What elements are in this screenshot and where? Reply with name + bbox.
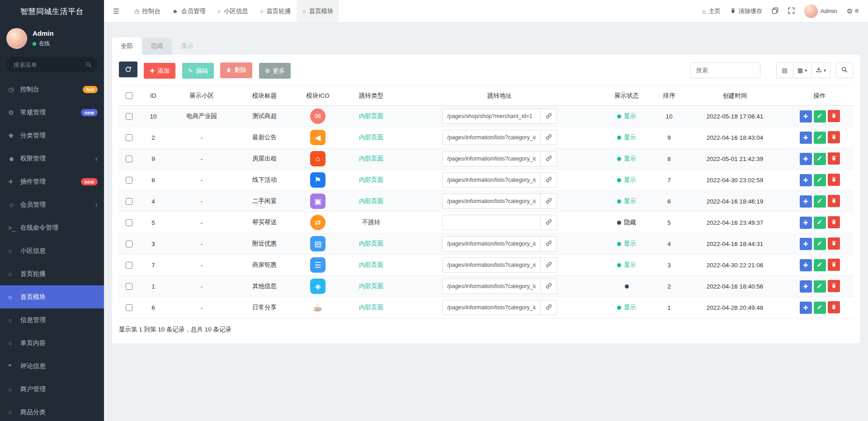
jump-url-input[interactable]: [442, 300, 541, 315]
filter-tab-all[interactable]: 全部: [112, 38, 142, 55]
sidebar-toggle-button[interactable]: ☰: [104, 0, 128, 22]
sidebar-item-goods-category[interactable]: ○商品分类: [0, 401, 104, 421]
link-button[interactable]: [541, 279, 557, 294]
row-checkbox[interactable]: [126, 304, 132, 311]
export-dropdown-button[interactable]: ▾: [811, 62, 830, 78]
sidebar-item-comments[interactable]: ❝评论信息: [0, 355, 104, 378]
menu-search-input[interactable]: [6, 57, 98, 72]
row-edit-button[interactable]: [814, 174, 826, 186]
row-edit-button[interactable]: [814, 259, 826, 271]
row-checkbox[interactable]: [126, 262, 132, 269]
sidebar-item-member[interactable]: ☺会员管理‹: [0, 193, 104, 216]
topnav-tab-home-module[interactable]: ○首页模块: [297, 0, 339, 22]
user-menu[interactable]: Admin: [804, 5, 837, 18]
clear-cache-button[interactable]: 清除缓存: [730, 7, 762, 15]
row-edit-button[interactable]: [814, 302, 826, 314]
row-relate-button[interactable]: ✚: [800, 174, 812, 186]
topnav-tab-dashboard[interactable]: ◷控制台: [128, 0, 166, 22]
row-edit-button[interactable]: [814, 110, 826, 123]
row-edit-button[interactable]: [814, 195, 826, 208]
row-relate-button[interactable]: ✚: [800, 259, 812, 271]
jump-url-input[interactable]: [442, 130, 541, 145]
row-checkbox[interactable]: [126, 134, 132, 141]
toggle-search-button[interactable]: [836, 62, 853, 78]
row-delete-button[interactable]: [828, 110, 840, 122]
row-delete-button[interactable]: [828, 280, 840, 292]
jump-url-input[interactable]: [442, 109, 541, 124]
sidebar-item-online-command[interactable]: >_在线命令管理: [0, 216, 104, 239]
sidebar-item-community-info[interactable]: ○小区信息: [0, 239, 104, 262]
more-button[interactable]: ⚙ 更多: [259, 63, 291, 79]
topnav-tab-home-carousel[interactable]: ○首页轮播: [254, 0, 297, 22]
jump-url-input[interactable]: [442, 194, 541, 209]
sidebar-item-category[interactable]: ❖分类管理: [0, 124, 104, 147]
row-delete-button[interactable]: [828, 237, 840, 250]
sidebar-item-addon[interactable]: ✈插件管理new: [0, 170, 104, 193]
link-button[interactable]: [541, 300, 557, 315]
list-view-button[interactable]: ▤: [776, 62, 793, 78]
row-edit-button[interactable]: [814, 217, 826, 229]
row-edit-button[interactable]: [814, 238, 826, 250]
row-relate-button[interactable]: ✚: [800, 280, 812, 293]
jump-url-input[interactable]: [442, 172, 541, 188]
table-search-input[interactable]: [690, 62, 760, 78]
link-button[interactable]: [541, 130, 557, 145]
sidebar-item-general[interactable]: ⚙常规管理new: [0, 101, 104, 124]
link-button[interactable]: [541, 194, 557, 209]
jump-url-input[interactable]: [442, 215, 541, 230]
link-button[interactable]: [541, 215, 557, 230]
sidebar-item-information[interactable]: ○信息管理: [0, 308, 104, 331]
row-relate-button[interactable]: ✚: [800, 302, 812, 314]
row-checkbox[interactable]: [126, 283, 132, 290]
row-relate-button[interactable]: ✚: [800, 132, 812, 144]
row-checkbox[interactable]: [126, 219, 132, 226]
row-delete-button[interactable]: [828, 174, 840, 186]
home-link[interactable]: ⌂ 主页: [702, 7, 720, 15]
fullscreen-button[interactable]: [788, 7, 795, 15]
row-delete-button[interactable]: [828, 259, 840, 271]
sidebar-item-home-carousel[interactable]: ○首页轮播: [0, 262, 104, 285]
row-edit-button[interactable]: [814, 280, 826, 293]
row-edit-button[interactable]: [814, 153, 826, 165]
row-checkbox[interactable]: [126, 177, 132, 184]
row-checkbox[interactable]: [126, 113, 132, 120]
jump-url-input[interactable]: [442, 151, 541, 166]
filter-tab-visible[interactable]: 显示: [173, 38, 202, 55]
delete-button[interactable]: 删除: [220, 62, 252, 78]
window-switch-button[interactable]: [772, 7, 778, 15]
topnav-tab-community-info[interactable]: ○小区信息: [212, 0, 254, 22]
jump-url-input[interactable]: [442, 236, 541, 251]
row-delete-button[interactable]: [828, 152, 840, 165]
link-button[interactable]: [541, 172, 557, 188]
add-button[interactable]: ✚ 添加: [144, 63, 175, 79]
sidebar-item-dashboard[interactable]: ◷控制台hot: [0, 78, 104, 101]
user-avatar[interactable]: [6, 28, 27, 49]
sidebar-item-home-module[interactable]: ○首页模块: [0, 285, 104, 308]
columns-dropdown-button[interactable]: ▦▾: [793, 62, 811, 78]
row-relate-button[interactable]: ✚: [800, 153, 812, 165]
row-checkbox[interactable]: [126, 198, 132, 205]
row-delete-button[interactable]: [828, 216, 840, 228]
refresh-button[interactable]: [119, 61, 137, 77]
jump-url-input[interactable]: [442, 279, 541, 294]
sidebar-item-merchant[interactable]: ○商户管理: [0, 378, 104, 401]
row-relate-button[interactable]: ✚: [800, 110, 812, 123]
row-relate-button[interactable]: ✚: [800, 195, 812, 208]
row-edit-button[interactable]: [814, 132, 826, 144]
row-relate-button[interactable]: ✚: [800, 217, 812, 229]
filter-tab-hidden[interactable]: 隐藏: [142, 38, 172, 55]
row-delete-button[interactable]: [828, 195, 840, 207]
settings-button[interactable]: ⚙⚙: [847, 7, 858, 15]
jump-url-input[interactable]: [442, 257, 541, 273]
sidebar-item-single-page[interactable]: ○单页内容: [0, 331, 104, 355]
link-button[interactable]: [541, 257, 557, 273]
row-checkbox[interactable]: [126, 156, 132, 162]
row-delete-button[interactable]: [828, 301, 840, 313]
row-delete-button[interactable]: [828, 131, 840, 143]
sidebar-item-auth[interactable]: ☻权限管理‹: [0, 147, 104, 170]
topnav-tab-member[interactable]: ☻会员管理: [166, 0, 212, 22]
select-all-checkbox[interactable]: [126, 92, 132, 99]
row-checkbox[interactable]: [126, 241, 132, 247]
link-button[interactable]: [541, 109, 557, 124]
link-button[interactable]: [541, 151, 557, 166]
